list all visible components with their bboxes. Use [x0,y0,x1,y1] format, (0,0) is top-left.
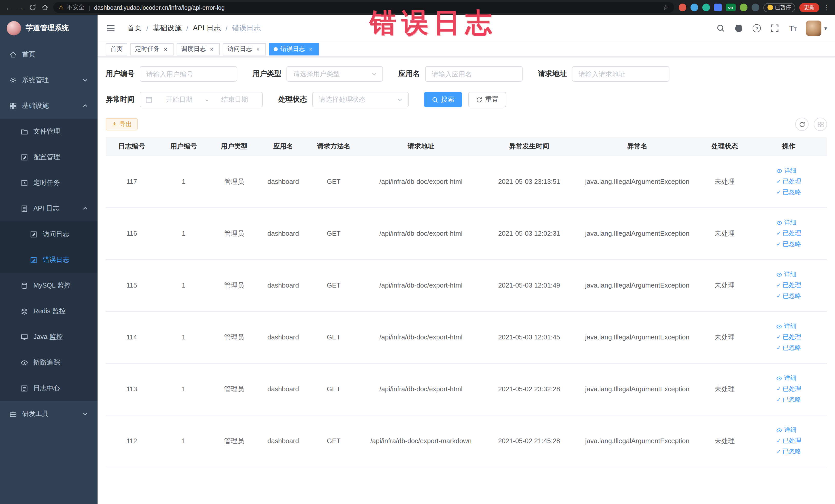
table-header-row: 日志编号用户编号用户类型应用名请求方法名请求地址异常发生时间异常名处理状态操作 [106,137,827,156]
column-header: 应用名 [259,137,308,156]
cell-exception-name: java.lang.IllegalArgumentException [576,415,699,467]
forward-icon[interactable]: → [17,4,24,11]
sidebar-item-mysql-monitor[interactable]: MySQL 监控 [0,273,98,298]
refresh-icon[interactable] [795,118,809,131]
processed-link[interactable]: ✓ 已处理 [776,229,801,238]
detail-link[interactable]: 详细 [776,166,796,175]
bookmark-star-icon[interactable]: ☆ [663,4,669,11]
sidebar-item-file-management[interactable]: 文件管理 [0,119,98,144]
app-logo[interactable]: 芋道管理系统 [0,15,98,42]
ignored-link[interactable]: ✓ 已忽略 [776,344,801,352]
address-bar[interactable]: ⚠ 不安全 | dashboard.yudao.iocoder.cn/infra… [54,2,674,13]
sidebar-item-scheduled-tasks[interactable]: 定时任务 [0,170,98,196]
extension-icon[interactable]: on [726,4,735,11]
export-button[interactable]: 导出 [106,118,138,130]
extension-icon[interactable] [690,4,698,11]
tab-scheduled-tasks[interactable]: 定时任务 × [130,43,174,55]
tab-error-logs[interactable]: 错误日志 × [269,43,319,55]
check-icon: ✓ [776,293,781,299]
ignored-link[interactable]: ✓ 已忽略 [776,292,801,300]
detail-link[interactable]: 详细 [776,322,796,331]
process-status-select[interactable]: 请选择处理状态 [312,92,409,107]
folder-icon [21,127,28,135]
processed-link[interactable]: ✓ 已处理 [776,281,801,289]
user-id-input[interactable] [140,66,237,82]
cell-user-id: 1 [158,207,209,259]
search-icon[interactable] [716,24,726,33]
help-icon[interactable]: ? [752,24,761,33]
tab-home[interactable]: 首页 [106,43,127,55]
sidebar-item-config-management[interactable]: 配置管理 [0,144,98,170]
update-button[interactable]: 更新 [799,3,819,12]
github-icon[interactable] [734,24,744,33]
sidebar-item-log-center[interactable]: 日志中心 [0,375,98,401]
url-text[interactable]: dashboard.yudao.iocoder.cn/infra/log/api… [94,4,659,11]
detail-link[interactable]: 详细 [776,270,796,279]
app-name-input[interactable] [425,66,523,82]
request-url-input[interactable] [572,66,669,82]
breadcrumb-item[interactable]: API 日志 [193,24,221,33]
reset-button[interactable]: 重置 [468,92,506,107]
tab-label: 错误日志 [280,45,305,54]
processed-link[interactable]: ✓ 已处理 [776,385,801,394]
sidebar-item-system-management[interactable]: 系统管理 [0,67,98,93]
extension-icon[interactable] [714,4,721,11]
extensions-area: on 已暂停 更新 ⋮ [678,3,830,12]
cell-user-type: 管理员 [210,415,259,467]
table-row: 116 1 管理员 dashboard GET /api/infra/db-do… [106,207,827,259]
sidebar-item-access-logs[interactable]: 访问日志 [0,221,98,247]
sidebar-item-dev-tools[interactable]: 研发工具 [0,401,98,427]
range-separator: - [206,96,208,103]
fullscreen-icon[interactable] [770,24,779,33]
processed-link[interactable]: ✓ 已处理 [776,437,801,445]
sidebar-item-api-logs[interactable]: API 日志 [0,196,98,221]
breadcrumb-item[interactable]: 基础设施 [153,24,182,33]
back-icon[interactable]: ← [5,4,12,11]
breadcrumb-item[interactable]: 首页 [127,24,142,33]
close-icon[interactable]: × [208,46,215,53]
font-size-icon[interactable]: TT [788,24,797,33]
sidebar-item-home[interactable]: 首页 [0,42,98,67]
close-icon[interactable]: × [162,46,169,53]
processed-link[interactable]: ✓ 已处理 [776,177,801,186]
hamburger-icon[interactable] [106,23,116,33]
page-content: 用户编号 用户类型 请选择用户类型 应用名 请求地址 [98,57,835,467]
filter-row-1: 用户编号 用户类型 请选择用户类型 应用名 请求地址 [106,66,827,82]
view-icon [776,323,782,329]
ignored-link[interactable]: ✓ 已忽略 [776,240,801,248]
user-type-select[interactable]: 请选择用户类型 [286,66,383,82]
extension-icon[interactable] [751,4,759,11]
ignored-link[interactable]: ✓ 已忽略 [776,188,801,197]
detail-link[interactable]: 详细 [776,374,796,383]
extension-icon[interactable] [739,4,747,11]
close-icon[interactable]: × [254,46,261,53]
extension-icon[interactable] [702,4,710,11]
sidebar-item-error-logs[interactable]: 错误日志 [0,247,98,273]
edit-icon [21,153,28,161]
cell-status: 未处理 [699,311,751,363]
ignored-link[interactable]: ✓ 已忽略 [776,447,801,456]
sidebar-item-trace[interactable]: 链路追踪 [0,350,98,375]
search-button[interactable]: 搜索 [424,92,462,107]
chevron-down-icon [371,71,377,77]
reload-icon[interactable] [29,4,37,11]
tab-schedule-logs[interactable]: 调度日志 × [177,43,220,55]
processed-link[interactable]: ✓ 已处理 [776,333,801,341]
close-icon[interactable]: × [307,46,314,53]
sidebar-item-redis-monitor[interactable]: Redis 监控 [0,298,98,324]
paused-badge[interactable]: 已暂停 [763,3,795,12]
tab-access-logs[interactable]: 访问日志 × [223,43,266,55]
user-avatar[interactable]: ▾ [806,21,827,36]
home-icon[interactable] [41,4,49,11]
detail-link[interactable]: 详细 [776,218,796,227]
ignored-link[interactable]: ✓ 已忽略 [776,396,801,404]
detail-link[interactable]: 详细 [776,426,796,435]
cell-actions: 详细 ✓ 已处理 ✓ 已忽略 [751,207,827,259]
extension-icon[interactable] [678,4,686,11]
sidebar-item-java-monitor[interactable]: Java 监控 [0,324,98,350]
columns-icon[interactable] [814,118,827,131]
sidebar-item-infrastructure[interactable]: 基础设施 [0,93,98,119]
browser-menu-icon[interactable]: ⋮ [823,4,830,11]
security-label[interactable]: 不安全 [67,4,84,11]
date-range-picker[interactable]: 开始日期 - 结束日期 [140,92,263,107]
